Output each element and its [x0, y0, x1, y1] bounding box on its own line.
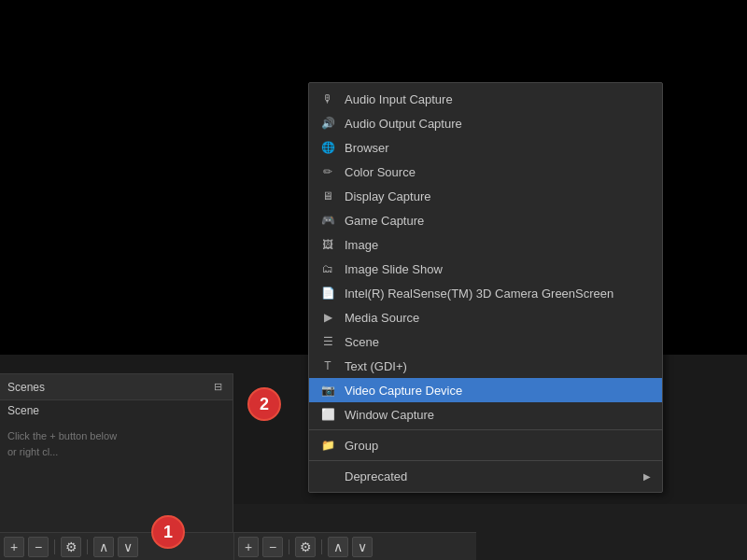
intel-realsense-icon: 📄: [320, 286, 335, 301]
media-source-icon: ▶: [320, 310, 335, 325]
menu-item-game-capture[interactable]: 🎮Game Capture: [309, 208, 662, 232]
scene-hint-line2: or right cl...: [7, 446, 58, 457]
menu-item-group[interactable]: 📁Group: [309, 433, 662, 457]
game-capture-icon: 🎮: [320, 213, 335, 228]
context-menu: 🎙Audio Input Capture🔊Audio Output Captur…: [308, 82, 663, 493]
badge-1: 1: [151, 515, 185, 549]
scene-item[interactable]: Scene: [0, 400, 233, 421]
menu-item-browser[interactable]: 🌐Browser: [309, 135, 662, 160]
audio-input-capture-icon: 🎙: [320, 91, 335, 106]
video-capture-device-label: Video Capture Device: [345, 384, 462, 398]
color-source-icon: ✏: [320, 164, 335, 179]
display-capture-icon: 🖥: [320, 189, 335, 203]
remove-scene-button[interactable]: −: [28, 537, 49, 557]
remove-source-button[interactable]: −: [262, 537, 283, 557]
badge-2: 2: [247, 387, 281, 421]
browser-label: Browser: [345, 141, 389, 155]
toolbar-separator-2: [87, 539, 88, 554]
audio-output-capture-label: Audio Output Capture: [345, 117, 462, 131]
image-icon: 🖼: [320, 237, 335, 252]
menu-item-deprecated[interactable]: Deprecated▶: [309, 464, 662, 488]
badge-2-label: 2: [260, 395, 269, 414]
deprecated-arrow: ▶: [643, 471, 651, 482]
menu-item-text-gdi[interactable]: TText (GDI+): [309, 354, 662, 378]
menu-item-image[interactable]: 🖼Image: [309, 232, 662, 257]
move-down-button[interactable]: ∨: [118, 537, 138, 557]
menu-separator: [309, 429, 662, 430]
scenes-panel-title: Scenes: [7, 381, 45, 394]
menu-item-intel-realsense[interactable]: 📄Intel(R) RealSense(TM) 3D Camera GreenS…: [309, 281, 662, 305]
text-gdi-icon: T: [320, 358, 335, 373]
window-capture-label: Window Capture: [345, 408, 434, 422]
video-capture-device-icon: 📷: [320, 383, 335, 398]
source-up-button[interactable]: ∧: [328, 537, 348, 557]
sources-toolbar: + − ⚙ ∧ ∨: [233, 532, 476, 560]
sources-toolbar-sep: [289, 539, 289, 554]
source-down-button[interactable]: ∨: [352, 537, 373, 557]
menu-item-image-slide-show[interactable]: 🗂Image Slide Show: [309, 257, 662, 281]
sources-toolbar-sep2: [321, 539, 322, 554]
menu-separator: [309, 460, 662, 461]
audio-output-capture-icon: 🔊: [320, 116, 335, 131]
scenes-panel-icon[interactable]: ⊟: [210, 380, 225, 395]
image-slide-show-label: Image Slide Show: [345, 262, 443, 276]
scene-hint: Click the + button below or right cl...: [0, 421, 233, 467]
window-capture-icon: ⬜: [320, 407, 335, 422]
scene-hint-line1: Click the + button below: [7, 430, 117, 441]
menu-item-display-capture[interactable]: 🖥Display Capture: [309, 184, 662, 208]
add-source-button[interactable]: +: [238, 537, 259, 557]
badge-1-label: 1: [163, 523, 173, 542]
menu-item-media-source[interactable]: ▶Media Source: [309, 305, 662, 329]
game-capture-label: Game Capture: [345, 214, 424, 228]
deprecated-icon: [320, 469, 335, 483]
toolbar-separator: [54, 539, 55, 554]
menu-item-video-capture-device[interactable]: 📷Video Capture Device: [309, 378, 662, 402]
image-slide-show-icon: 🗂: [320, 261, 335, 276]
group-icon: 📁: [320, 438, 335, 453]
audio-input-capture-label: Audio Input Capture: [345, 92, 453, 106]
display-capture-label: Display Capture: [345, 189, 431, 203]
media-source-label: Media Source: [345, 311, 419, 325]
source-settings-button[interactable]: ⚙: [295, 537, 316, 557]
browser-icon: 🌐: [320, 140, 335, 155]
menu-item-scene[interactable]: ☰Scene: [309, 329, 662, 354]
menu-item-color-source[interactable]: ✏Color Source: [309, 160, 662, 184]
scene-icon: ☰: [320, 334, 335, 349]
text-gdi-label: Text (GDI+): [345, 359, 407, 373]
deprecated-label: Deprecated: [345, 469, 407, 483]
add-scene-button[interactable]: +: [4, 537, 24, 557]
menu-item-audio-output-capture[interactable]: 🔊Audio Output Capture: [309, 111, 662, 135]
panel-toolbar: + − ⚙ ∧ ∨: [0, 532, 233, 560]
menu-item-audio-input-capture[interactable]: 🎙Audio Input Capture: [309, 87, 662, 111]
scenes-panel-header: Scenes ⊟: [0, 374, 233, 400]
menu-item-window-capture[interactable]: ⬜Window Capture: [309, 402, 662, 427]
color-source-label: Color Source: [345, 165, 416, 179]
image-label: Image: [345, 238, 378, 252]
group-label: Group: [345, 439, 378, 453]
move-up-button[interactable]: ∧: [93, 537, 114, 557]
intel-realsense-label: Intel(R) RealSense(TM) 3D Camera GreenSc…: [345, 287, 613, 301]
scene-label: Scene: [345, 335, 379, 349]
settings-button[interactable]: ⚙: [61, 537, 81, 557]
